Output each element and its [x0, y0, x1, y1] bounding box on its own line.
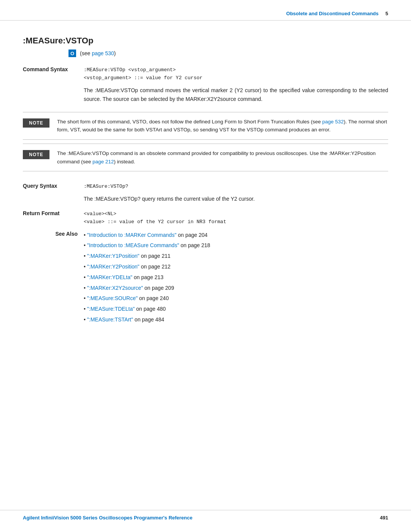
see-also-link-5[interactable]: ":MARKer:X2Y2source" — [87, 285, 143, 291]
page-footer: Agilent InfiniiVision 5000 Series Oscill… — [0, 510, 411, 521]
query-syntax-line: :MEASure:VSTOp? — [84, 183, 388, 191]
see-also-link-6[interactable]: ":MEASure:SOURce" — [87, 295, 138, 301]
list-item: ":MARKer:X2Y2source" on page 209 — [84, 284, 388, 293]
command-syntax-para: The :MEASure:VSTOp command moves the ver… — [84, 86, 388, 104]
note1-section: NOTE The short form of this command, VST… — [23, 112, 388, 140]
see-also-list: "Introduction to :MARKer Commands" on pa… — [84, 231, 388, 324]
see-also-link-4[interactable]: ":MARKer:YDELta" — [87, 274, 132, 280]
main-content: :MEASure:VSTOp O (see page 530) Command … — [0, 21, 411, 343]
list-item: ":MEASure:TSTArt" on page 484 — [84, 315, 388, 324]
header-title: Obsolete and Discontinued Commands — [286, 11, 379, 16]
see-also-link-7[interactable]: ":MEASure:TDELta" — [87, 306, 135, 312]
see-also-row: See Also "Introduction to :MARKer Comman… — [23, 228, 388, 328]
note1-row: NOTE The short form of this command, VST… — [23, 112, 388, 140]
see-also-link-3[interactable]: ":MARKer:Y2Position" — [87, 264, 140, 270]
note1-text: The short form of this command, VSTO, do… — [57, 118, 388, 134]
see-also-link-1[interactable]: "Introduction to :MEASure Commands" — [87, 242, 179, 248]
obsolete-icon-row: O (see page 530) — [68, 50, 388, 57]
command-syntax-line2: <vstop_argument> ::= value for Y2 cursor — [84, 74, 388, 82]
return-format-line1: <value><NL> — [84, 210, 388, 218]
query-syntax-row: Query Syntax :MEASure:VSTOp? The :MEASur… — [23, 181, 388, 208]
list-item: "Introduction to :MEASure Commands" on p… — [84, 241, 388, 250]
page-header: Obsolete and Discontinued Commands 5 — [0, 0, 411, 21]
footer-title: Agilent InfiniiVision 5000 Series Oscill… — [23, 515, 193, 521]
command-syntax-line1: :MEASure:VSTOp <vstop_argument> — [84, 66, 388, 74]
return-format-line2: <value> ::= value of the Y2 cursor in NR… — [84, 218, 388, 226]
list-item: "Introduction to :MARKer Commands" on pa… — [84, 231, 388, 240]
command-syntax-label: Command Syntax — [23, 64, 84, 108]
doc-table: Command Syntax :MEASure:VSTOp <vstop_arg… — [23, 64, 388, 108]
see-also-value: "Introduction to :MARKer Commands" on pa… — [84, 228, 388, 328]
note2-link[interactable]: page 212 — [92, 159, 114, 165]
header-page-num: 5 — [386, 11, 388, 16]
note2-text: The :MEASure:VSTOp command is an obsolet… — [57, 149, 388, 166]
note2-row: NOTE The :MEASure:VSTOp command is an ob… — [23, 144, 388, 171]
see-also-link-0[interactable]: "Introduction to :MARKer Commands" — [87, 232, 177, 238]
query-syntax-value: :MEASure:VSTOp? The :MEASure:VSTOp? quer… — [84, 181, 388, 208]
see-also-label: See Also — [23, 228, 84, 328]
return-format-value: <value><NL> <value> ::= value of the Y2 … — [84, 208, 388, 228]
obsolete-icon: O — [68, 50, 76, 57]
query-syntax-table: Query Syntax :MEASure:VSTOp? The :MEASur… — [23, 181, 388, 328]
command-syntax-value: :MEASure:VSTOp <vstop_argument> <vstop_a… — [84, 64, 388, 108]
command-title: :MEASure:VSTOp — [23, 36, 388, 46]
note1-badge: NOTE — [23, 118, 49, 128]
list-item: ":MARKer:Y1Position" on page 211 — [84, 252, 388, 261]
command-syntax-row: Command Syntax :MEASure:VSTOp <vstop_arg… — [23, 64, 388, 108]
return-format-row: Return Format <value><NL> <value> ::= va… — [23, 208, 388, 228]
list-item: ":MEASure:SOURce" on page 240 — [84, 294, 388, 303]
list-item: ":MEASure:TDELta" on page 480 — [84, 305, 388, 314]
query-syntax-para: The :MEASure:VSTOp? query returns the cu… — [84, 195, 388, 203]
return-format-label: Return Format — [23, 208, 84, 228]
see-page-link[interactable]: page 530 — [92, 50, 114, 56]
list-item: ":MARKer:Y2Position" on page 212 — [84, 262, 388, 272]
page-container: Obsolete and Discontinued Commands 5 :ME… — [0, 0, 411, 532]
see-also-link-2[interactable]: ":MARKer:Y1Position" — [87, 253, 140, 259]
obsolete-link-text: (see page 530) — [80, 50, 116, 56]
see-also-link-8[interactable]: ":MEASure:TSTArt" — [87, 316, 133, 323]
note2-badge: NOTE — [23, 150, 49, 159]
note2-section: NOTE The :MEASure:VSTOp command is an ob… — [23, 144, 388, 171]
list-item: ":MARKer:YDELta" on page 213 — [84, 273, 388, 282]
note1-link[interactable]: page 532 — [322, 119, 344, 125]
query-syntax-label: Query Syntax — [23, 181, 84, 208]
footer-page-num: 491 — [380, 515, 388, 521]
